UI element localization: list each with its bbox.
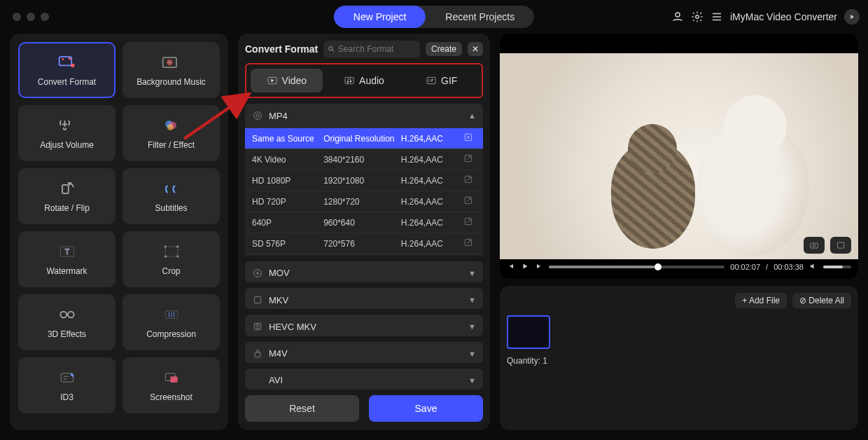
format-type-tabs: Video Audio GIF [245,63,483,98]
chevron-up-icon: ▲ [468,111,476,120]
tab-new-project[interactable]: New Project [334,6,426,28]
row-name: 640P [252,218,323,228]
format-row[interactable]: SD 576P 720*576 H.264,AAC [245,233,483,254]
menu-icon[interactable] [710,11,723,23]
convert-format-icon [56,53,78,71]
edit-icon[interactable] [461,153,476,165]
format-row[interactable]: Same as Source Original Resolution H.264… [245,128,483,149]
format-row[interactable]: HD 720P 1280*720 H.264,AAC [245,191,483,212]
tool-background-music[interactable]: Background Music [122,42,220,98]
format-tab-gif[interactable]: GIF [405,69,477,92]
tool-compression[interactable]: Compression [122,294,220,350]
svg-point-23 [67,312,74,318]
svg-text:T: T [64,247,69,256]
tool-label: Filter / Effect [148,140,195,150]
format-row[interactable]: SD 480P 640*480 H.264,AAC [245,254,483,256]
format-row[interactable]: 640P 960*640 H.264,AAC [245,212,483,233]
format-group-header[interactable]: MP4 ▲ [245,104,483,128]
file-thumbnail[interactable] [507,315,550,349]
tool-adjust-volume[interactable]: Adjust Volume [18,105,115,161]
svg-rect-27 [170,376,178,383]
svg-point-19 [176,246,178,248]
tool-screenshot[interactable]: Screenshot [122,357,220,413]
format-group-header[interactable]: M4V ▼ [245,342,483,363]
format-group-header[interactable]: AVI ▼ [245,369,483,390]
format-group-mov: MOV ▼ [245,261,483,282]
crop-icon [160,242,183,261]
format-icon [252,321,263,332]
tool-label: Watermark [46,266,87,276]
tool-subtitles[interactable]: Subtitles [122,168,220,224]
svg-marker-14 [68,183,71,185]
tool-filter-effect[interactable]: Filter / Effect [122,105,220,161]
create-button[interactable]: Create [426,42,462,56]
row-codec: H.264,AAC [401,176,461,186]
window-min-dot[interactable] [27,13,35,21]
svg-marker-51 [524,264,528,269]
search-input[interactable] [338,44,416,54]
prev-button[interactable] [507,262,515,272]
tool-watermark[interactable]: T Watermark [18,231,115,287]
subtitles-icon [160,179,183,198]
search-format[interactable] [323,41,420,57]
snapshot-button[interactable] [804,237,825,254]
window-close-dot[interactable] [13,13,21,21]
add-file-button[interactable]: + Add File [735,293,787,308]
format-group-header[interactable]: HEVC MKV ▼ [245,315,483,336]
row-codec: H.264,AAC [401,197,461,207]
row-name: SD 576P [252,239,323,249]
window-controls[interactable] [13,13,49,21]
tool-convert-format[interactable]: Convert Format [18,42,115,98]
svg-rect-31 [345,77,354,83]
format-row[interactable]: HD 1080P 1920*1080 H.264,AAC [245,170,483,191]
next-button[interactable] [535,262,543,272]
format-group-header[interactable]: MKV ▼ [245,288,483,309]
user-icon[interactable] [671,11,684,23]
edit-icon[interactable] [461,174,476,186]
window-max-dot[interactable] [41,13,49,21]
svg-point-12 [167,124,173,130]
audio-icon [344,75,355,86]
tool-id3[interactable]: ID3 [18,357,115,413]
seek-bar[interactable] [549,266,724,268]
format-group-hevc-mkv: HEVC MKV ▼ [245,315,483,336]
chevron-down-icon: ▼ [468,269,476,277]
format-tab-video[interactable]: Video [251,69,323,92]
format-group-label: M4V [269,348,288,359]
save-button[interactable]: Save [369,395,483,422]
preview-content [611,144,695,249]
svg-point-5 [71,64,74,67]
svg-marker-2 [850,15,854,19]
delete-all-button[interactable]: ⊘ Delete All [792,293,851,308]
row-name: 4K Video [252,155,323,165]
chevron-down-icon: ▼ [468,296,476,304]
format-tab-audio[interactable]: Audio [328,69,400,92]
tab-recent-projects[interactable]: Recent Projects [426,6,534,28]
gear-icon[interactable] [691,11,704,23]
project-tabs: New Project Recent Projects [334,6,534,28]
row-resolution: Original Resolution [323,134,401,144]
svg-point-28 [329,46,332,50]
edit-icon[interactable] [461,216,476,228]
svg-rect-17 [165,247,178,256]
svg-marker-30 [271,79,273,82]
fullscreen-button[interactable] [830,237,851,254]
play-button[interactable] [521,262,529,272]
format-group-label: HEVC MKV [269,322,316,332]
reset-button[interactable]: Reset [245,395,359,422]
volume-slider[interactable] [823,266,851,268]
tools-sidebar: Convert Format Background Music Adjust V… [10,34,228,430]
format-group-header[interactable]: MOV ▼ [245,261,483,282]
close-panel-button[interactable]: ✕ [468,42,483,56]
format-row[interactable]: 4K Video 3840*2160 H.264,AAC [245,149,483,170]
tool-crop[interactable]: Crop [122,231,220,287]
video-preview: 00:02:07 / 00:03:38 [500,34,858,279]
volume-button[interactable] [809,262,818,272]
format-group-label: AVI [269,375,283,385]
tool-3d-effects[interactable]: 3D Effects [18,294,115,350]
edit-icon[interactable] [461,238,476,249]
edit-icon[interactable] [461,195,476,207]
svg-point-36 [256,114,259,117]
tool-rotate-flip[interactable]: Rotate / Flip [18,168,115,224]
edit-icon[interactable] [461,132,476,144]
